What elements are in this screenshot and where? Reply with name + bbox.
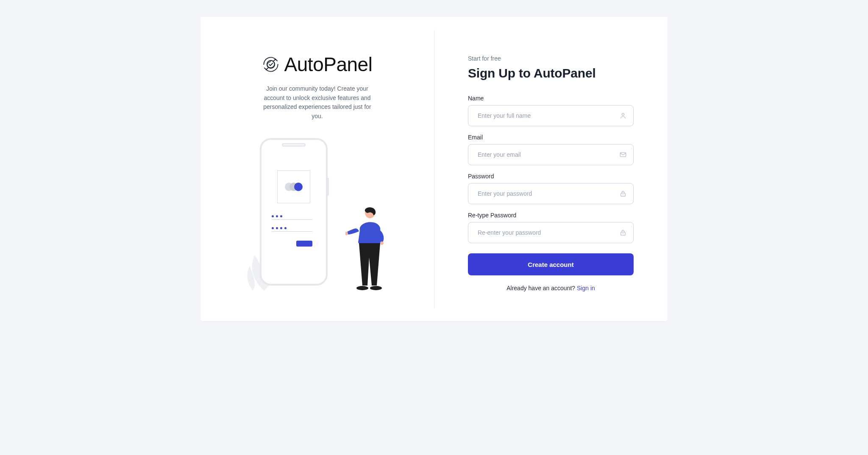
svg-point-9 xyxy=(623,194,623,195)
name-label: Name xyxy=(468,95,634,102)
svg-point-4 xyxy=(356,286,368,290)
mail-icon xyxy=(619,151,627,158)
lock-icon xyxy=(619,190,627,197)
confirm-password-label: Re-type Password xyxy=(468,212,634,219)
create-account-button[interactable]: Create account xyxy=(468,253,634,275)
brand-logo-icon xyxy=(262,56,279,73)
signup-card: AutoPanel Join our community today! Crea… xyxy=(200,17,668,321)
name-input[interactable] xyxy=(468,105,634,126)
user-icon xyxy=(619,112,627,119)
promo-panel: AutoPanel Join our community today! Crea… xyxy=(200,17,434,321)
form-heading: Sign Up to AutoPanel xyxy=(468,66,634,80)
lock-icon xyxy=(619,229,627,236)
email-label: Email xyxy=(468,134,634,141)
brand-name: AutoPanel xyxy=(284,53,373,76)
confirm-password-input[interactable] xyxy=(468,222,634,243)
phone-illustration xyxy=(260,138,328,286)
person-illustration-icon xyxy=(345,207,386,291)
signin-prompt-text: Already have an account? xyxy=(506,285,577,291)
signin-link[interactable]: Sign in xyxy=(577,285,595,291)
form-eyebrow: Start for free xyxy=(468,55,634,62)
form-panel: Start for free Sign Up to AutoPanel Name… xyxy=(434,17,668,321)
signin-prompt: Already have an account? Sign in xyxy=(468,285,634,291)
svg-point-5 xyxy=(370,286,382,290)
svg-point-6 xyxy=(622,113,624,115)
svg-point-3 xyxy=(380,241,384,245)
password-input[interactable] xyxy=(468,183,634,204)
promo-illustration xyxy=(245,138,389,291)
svg-point-11 xyxy=(623,233,623,234)
password-label: Password xyxy=(468,173,634,180)
brand: AutoPanel xyxy=(262,53,373,76)
signup-form: Name Email xyxy=(468,95,634,291)
email-input[interactable] xyxy=(468,144,634,165)
panel-divider xyxy=(434,30,434,308)
promo-tagline: Join our community today! Create your ac… xyxy=(262,84,373,121)
